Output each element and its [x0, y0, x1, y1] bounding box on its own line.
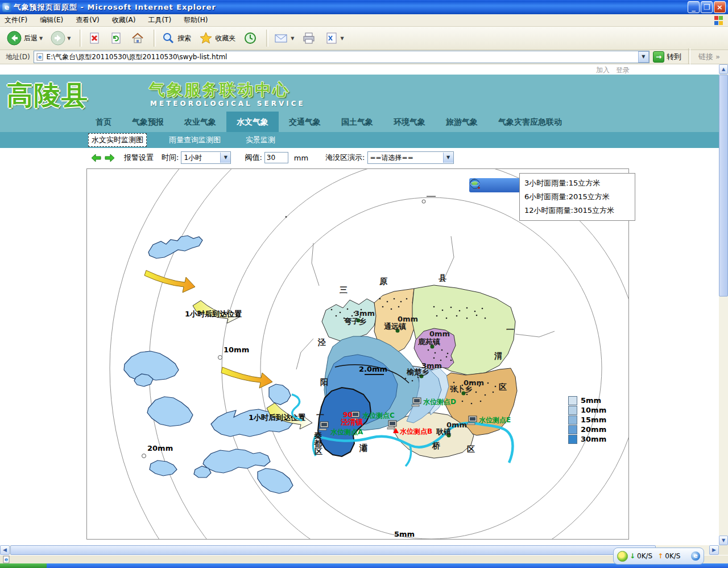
svg-text:e: e: [5, 557, 8, 562]
scrollbar-corner: [719, 545, 728, 555]
edit-button[interactable]: ▼: [322, 30, 346, 46]
vertical-scroll-thumb[interactable]: [719, 75, 728, 297]
tab-environment[interactable]: 环境气象: [383, 112, 436, 132]
rain-6h: 6小时面雨量:2015立方米: [524, 190, 630, 204]
tab-tourism[interactable]: 旅游气象: [436, 112, 488, 132]
forward-button[interactable]: ▼: [48, 30, 73, 47]
district-label: 灞: [359, 443, 367, 452]
join-link[interactable]: 加入: [596, 65, 610, 75]
district-label: 一: [506, 325, 514, 334]
menu-file[interactable]: 文件(F): [5, 15, 27, 25]
ie-speed-icon[interactable]: e: [691, 551, 700, 561]
tab-disaster-response[interactable]: 气象灾害应急联动: [488, 112, 572, 132]
arrival-label-1: 1小时后到达位置: [185, 310, 242, 318]
prev-arrow-button[interactable]: [91, 154, 101, 162]
back-icon: [7, 31, 22, 46]
stop-button[interactable]: [85, 30, 104, 46]
scroll-down-button[interactable]: ▼: [719, 536, 728, 545]
region-label-luyuanzhen: 鹿苑镇: [417, 337, 440, 346]
station-D[interactable]: 水位测点D: [412, 398, 456, 406]
horizontal-scroll-thumb[interactable]: [10, 545, 656, 555]
security-suite-icon[interactable]: [617, 551, 628, 562]
cloud[interactable]: [258, 468, 293, 493]
legend-label: 15mm: [581, 415, 606, 424]
ring-label-5mm: 5mm: [394, 530, 415, 538]
tab-weather-forecast[interactable]: 气象预报: [122, 112, 174, 132]
rain-summary-box: 3小时面雨量:15立方米 6小时面雨量:2015立方米 12小时面雨量:3015…: [519, 173, 635, 221]
district-label: 泾: [317, 337, 326, 347]
login-link[interactable]: 登录: [616, 65, 630, 75]
tab-home[interactable]: 首页: [85, 112, 122, 132]
map-canvas[interactable]: 10mm 20mm 5mm: [86, 168, 629, 540]
vertical-scrollbar[interactable]: ▲ ▼: [719, 64, 728, 545]
minimize-button[interactable]: _: [688, 1, 700, 13]
page-ie-icon: e: [36, 53, 44, 61]
address-field: e ▼: [34, 51, 650, 63]
refresh-button[interactable]: [107, 30, 125, 46]
restore-button[interactable]: ❒: [701, 1, 713, 13]
back-button[interactable]: 后退▼: [5, 30, 45, 47]
mail-icon: [274, 31, 289, 45]
district-label: 原: [379, 277, 388, 286]
home-icon: [131, 31, 144, 45]
address-bar: 地址(D) e ▼ → 转到 链接 »: [0, 50, 728, 64]
region-rain-zhangbuxiang: 0mm: [464, 378, 484, 387]
menu-view[interactable]: 查看(V): [76, 15, 100, 25]
next-arrow-button[interactable]: [105, 154, 115, 162]
legend-row: 30mm: [568, 434, 606, 444]
history-button[interactable]: [241, 30, 259, 46]
cloud[interactable]: [150, 460, 177, 476]
legend-swatch: [568, 435, 577, 444]
address-input[interactable]: [46, 52, 638, 62]
links-label[interactable]: 链接 »: [698, 52, 720, 62]
menu-favorites[interactable]: 收藏(A): [112, 15, 136, 25]
refresh-icon: [109, 31, 123, 45]
district-label: 三: [340, 285, 348, 294]
tab-traffic[interactable]: 交通气象: [279, 112, 331, 132]
home-button[interactable]: [129, 30, 147, 46]
legend-row: 5mm: [568, 396, 606, 405]
menu-edit[interactable]: 编辑(E): [40, 15, 63, 25]
address-dropdown-button[interactable]: ▼: [638, 51, 649, 63]
subtab-rain-query[interactable]: 雨量查询监测图: [166, 134, 224, 146]
toolbar-separator: [688, 48, 690, 65]
legend-row: 15mm: [568, 415, 606, 425]
map-dot: [286, 216, 287, 218]
scroll-left-button[interactable]: ◀: [0, 545, 10, 555]
tab-hydrology[interactable]: 水文气象: [226, 112, 279, 132]
start-button[interactable]: [0, 563, 47, 568]
subtab-live-view[interactable]: 实景监测: [243, 134, 278, 146]
station-label-E: 水位测点E: [478, 416, 511, 424]
search-button[interactable]: 搜索: [159, 30, 193, 46]
go-button[interactable]: → 转到: [653, 51, 681, 63]
globe-icon[interactable]: [469, 178, 481, 190]
tab-agriculture[interactable]: 农业气象: [174, 112, 226, 132]
legend-row: 20mm: [568, 425, 606, 434]
close-button[interactable]: ×: [714, 1, 726, 13]
favorites-button[interactable]: 收藏夹: [197, 30, 238, 46]
menu-help[interactable]: 帮助(H): [184, 15, 208, 25]
cloud[interactable]: [148, 236, 202, 258]
scroll-up-button[interactable]: ▲: [719, 64, 728, 74]
svg-text:e: e: [38, 54, 42, 60]
chevron-down-icon: ▼: [443, 153, 453, 163]
cloud[interactable]: [269, 384, 291, 405]
print-button[interactable]: [300, 30, 319, 46]
flood-demo-select[interactable]: ==请选择==▼: [367, 151, 454, 164]
mail-button[interactable]: ▼: [272, 30, 296, 46]
district-label: 区: [467, 444, 475, 454]
cloud[interactable]: [203, 449, 270, 473]
time-select[interactable]: 1小时▼: [181, 151, 231, 164]
browser-toolbar: 后退▼ ▼ 搜索 收藏夹 ▼: [0, 27, 728, 50]
ring-tick-dot: [218, 356, 222, 360]
search-label: 搜索: [177, 34, 191, 43]
menu-tools[interactable]: 工具(T): [148, 15, 171, 25]
search-icon: [162, 31, 175, 45]
tab-land[interactable]: 国土气象: [331, 112, 383, 132]
cloud[interactable]: [124, 351, 179, 380]
station-E[interactable]: 水位测点E: [468, 416, 511, 425]
threshold-input[interactable]: [264, 152, 288, 163]
subtab-realtime-monitor[interactable]: 水文实时监测图: [88, 133, 147, 147]
horizontal-scrollbar[interactable]: ◀ ▶: [0, 545, 719, 555]
scroll-right-button[interactable]: ▶: [709, 545, 719, 555]
